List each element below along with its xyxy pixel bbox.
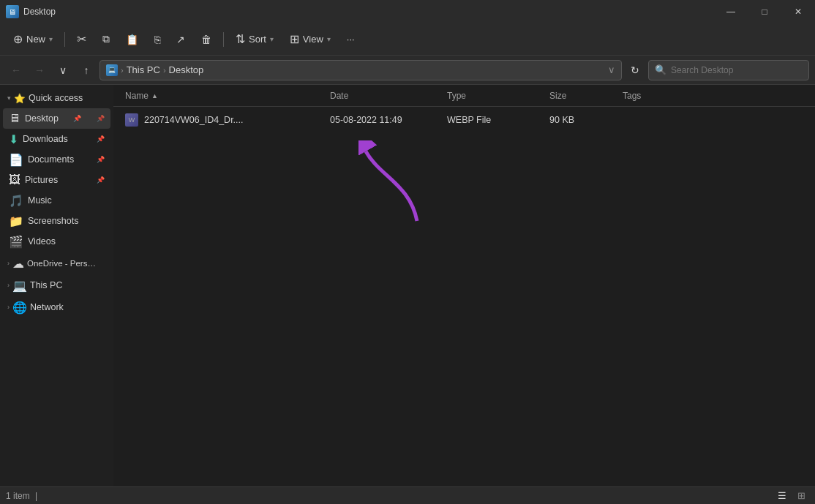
minimize-button[interactable]: — <box>714 0 748 23</box>
table-row[interactable]: W 220714VW06_ID4_Dr.... 05-08-2022 11:49… <box>119 110 809 130</box>
delete-icon: 🗑 <box>201 34 211 45</box>
paste-button[interactable]: 📋 <box>119 28 146 51</box>
network-label: Network <box>30 302 64 312</box>
content-wrapper: ▾ ⭐ Quick access 🖥 Desktop 📌 ⬇ Downloads… <box>0 85 815 486</box>
new-chevron-icon: ▾ <box>49 35 53 43</box>
quick-access-label: Quick access <box>29 93 83 103</box>
recent-button[interactable]: ∨ <box>53 60 73 80</box>
network-section: › 🌐 Network <box>0 297 113 317</box>
expand-arrow-icon: ▾ <box>7 94 11 102</box>
onedrive-icon: ☁ <box>12 257 24 271</box>
copy-icon: ⧉ <box>102 33 110 45</box>
music-icon: 🎵 <box>9 194 23 208</box>
column-size-label: Size <box>549 91 566 101</box>
new-icon: ⊕ <box>13 32 23 46</box>
sidebar-item-downloads[interactable]: ⬇ Downloads 📌 <box>3 129 110 149</box>
sidebar-item-screenshots[interactable]: 📁 Screenshots <box>3 211 110 231</box>
new-button[interactable]: ⊕ New ▾ <box>6 28 60 51</box>
file-size: 90 KB <box>549 115 623 125</box>
share-button[interactable]: ↗ <box>169 28 192 51</box>
window-title: Desktop <box>23 7 56 17</box>
refresh-button[interactable]: ↻ <box>625 60 645 80</box>
sidebar-item-documents[interactable]: 📄 Documents 📌 <box>3 149 110 170</box>
copy-path-button[interactable]: ⎘ <box>147 28 168 51</box>
column-date[interactable]: Date <box>330 91 447 101</box>
addressbar: ← → ∨ ↑ 💻 › This PC › Desktop ∨ ↻ 🔍 <box>0 56 815 85</box>
search-box[interactable]: 🔍 <box>648 60 809 80</box>
more-button[interactable]: ··· <box>339 28 362 51</box>
search-icon: 🔍 <box>655 64 666 75</box>
titlebar: 🖥 Desktop — □ ✕ <box>0 0 815 23</box>
column-tags[interactable]: Tags <box>623 91 803 101</box>
file-type-icon: W <box>129 116 135 124</box>
list-view-button[interactable]: ☰ <box>774 489 790 503</box>
view-button[interactable]: ⊞ View ▾ <box>282 28 338 51</box>
column-tags-label: Tags <box>623 91 641 101</box>
sidebar-item-label-desktop: Desktop <box>25 113 59 124</box>
sort-button[interactable]: ⇅ Sort ▾ <box>228 28 281 51</box>
pin-icon-desktop: 📌 <box>73 115 81 122</box>
column-name[interactable]: Name ▲ <box>125 91 330 101</box>
column-size[interactable]: Size <box>549 91 623 101</box>
column-date-label: Date <box>330 91 348 101</box>
more-icon: ··· <box>347 34 355 45</box>
details-view-button[interactable]: ⊞ <box>793 489 809 503</box>
pin-icon-pictures: 📌 <box>97 176 105 184</box>
window-controls[interactable]: — □ ✕ <box>714 0 815 23</box>
file-thumbnail: W <box>125 113 138 127</box>
sidebar-item-label-pictures: Pictures <box>25 175 58 185</box>
sidebar-item-pictures[interactable]: 🖼 Pictures 📌 <box>3 170 110 190</box>
back-button[interactable]: ← <box>6 60 26 80</box>
quick-access-expand[interactable]: ▾ ⭐ Quick access <box>3 88 110 108</box>
expand-arrow-onedrive-icon: › <box>7 260 10 267</box>
sort-chevron-icon: ▾ <box>270 35 274 43</box>
toolbar-separator-2 <box>223 32 224 47</box>
toolbar: ⊕ New ▾ ✂ ⧉ 📋 ⎘ ↗ 🗑 ⇅ Sort ▾ ⊞ View ▾ ··… <box>0 23 815 56</box>
sidebar: ▾ ⭐ Quick access 🖥 Desktop 📌 ⬇ Downloads… <box>0 85 113 486</box>
screenshots-icon: 📁 <box>9 214 23 228</box>
address-path[interactable]: 💻 › This PC › Desktop ∨ <box>99 60 622 80</box>
sort-icon: ⇅ <box>236 32 245 46</box>
file-type: WEBP File <box>447 115 549 125</box>
delete-button[interactable]: 🗑 <box>194 28 219 51</box>
copy-path-icon: ⎘ <box>154 34 160 45</box>
copy-button[interactable]: ⧉ <box>95 28 117 51</box>
sidebar-item-label-downloads: Downloads <box>23 134 68 144</box>
view-chevron-icon: ▾ <box>327 35 331 43</box>
search-input[interactable] <box>671 65 803 75</box>
expand-arrow-network-icon: › <box>7 304 10 311</box>
file-header: Name ▲ Date Type Size Tags <box>113 85 815 107</box>
address-segment-thispc: 💻 <box>106 64 118 76</box>
app-icon: 🖥 <box>6 5 19 18</box>
cut-button[interactable]: ✂ <box>70 28 94 51</box>
address-dropdown-icon: ∨ <box>608 64 615 75</box>
sidebar-item-desktop[interactable]: 🖥 Desktop 📌 <box>3 108 110 129</box>
sidebar-item-videos[interactable]: 🎬 Videos <box>3 231 110 252</box>
sidebar-item-label-documents: Documents <box>28 154 74 165</box>
statusbar-count: 1 item | <box>6 491 37 501</box>
network-expand[interactable]: › 🌐 Network <box>3 297 110 317</box>
paste-icon: 📋 <box>126 34 138 45</box>
this-pc-expand[interactable]: › 💻 This PC <box>3 275 110 296</box>
onedrive-section: › ☁ OneDrive - Personal <box>0 253 113 274</box>
view-label: View <box>303 34 323 45</box>
close-button[interactable]: ✕ <box>781 0 815 23</box>
titlebar-left: 🖥 Desktop <box>6 5 56 18</box>
file-list: W 220714VW06_ID4_Dr.... 05-08-2022 11:49… <box>113 107 815 486</box>
documents-icon: 📄 <box>9 153 23 167</box>
file-name-cell: W 220714VW06_ID4_Dr.... <box>125 113 330 127</box>
pin-icon-downloads: 📌 <box>97 135 105 143</box>
forward-button[interactable]: → <box>29 60 50 80</box>
address-separator-1: › <box>121 66 124 75</box>
up-button[interactable]: ↑ <box>76 60 97 80</box>
network-icon: 🌐 <box>12 301 27 315</box>
sidebar-item-music[interactable]: 🎵 Music <box>3 190 110 211</box>
column-type[interactable]: Type <box>447 91 549 101</box>
address-separator-2: › <box>163 66 166 75</box>
address-this-pc: This PC <box>127 64 160 75</box>
file-date: 05-08-2022 11:49 <box>330 115 447 125</box>
expand-arrow-this-pc-icon: › <box>7 282 10 289</box>
onedrive-expand[interactable]: › ☁ OneDrive - Personal <box>3 253 110 274</box>
this-pc-section: › 💻 This PC <box>0 275 113 296</box>
maximize-button[interactable]: □ <box>748 0 781 23</box>
